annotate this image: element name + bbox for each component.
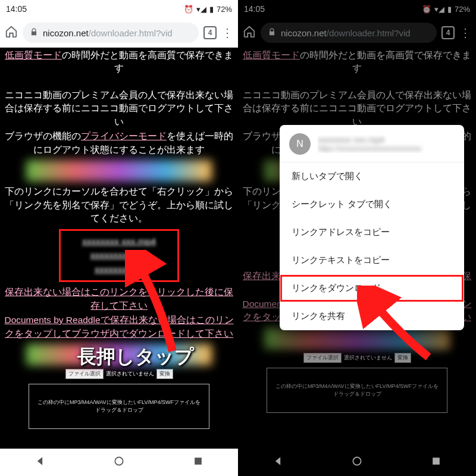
svg-point-0 <box>115 457 123 465</box>
phone-left: 14:05 ⏰ ▾◢ ▮ 72% nicozon.net/downloader.… <box>0 0 238 476</box>
nav-home-icon[interactable] <box>351 455 363 469</box>
context-avatar: N <box>289 133 311 155</box>
file-convert-row: ファイル選択 選択されていません 変換 <box>2 369 236 379</box>
ctx-open-new-tab[interactable]: 新しいタブで開く <box>280 162 464 190</box>
download-link-1[interactable]: xxxxxxxx xxx.mp4 <box>63 235 175 248</box>
status-icons: ⏰ ▾◢ ▮ 72% <box>184 5 232 14</box>
url-domain: nicozon.net <box>43 28 89 38</box>
status-time: 14:05 <box>6 4 27 14</box>
ctx-copy-link-address[interactable]: リンクアドレスをコピー <box>280 218 464 246</box>
instructions: 下のリンクにカーソルを合わせて「右クリック」から「リンク先を別名で保存」でどうぞ… <box>2 185 236 225</box>
page-content: 低画質モードの時間外だと動画を高画質で保存できます ニコニコ動画のプレミアム会員… <box>0 48 238 449</box>
alarm-icon: ⏰ <box>184 5 193 14</box>
wifi-icon: ▾◢ <box>196 5 206 14</box>
nav-home-icon[interactable] <box>113 455 125 469</box>
download-link-3[interactable]: xxxxxxxx.flv <box>63 263 175 276</box>
url-path: /downloader.html?vid <box>89 28 173 38</box>
privacy-mode-link[interactable]: プライバシーモード <box>81 131 167 141</box>
battery-icon: ▮ <box>209 5 214 14</box>
context-title: xxxxxxxx xxx.mp4 <box>318 135 455 145</box>
ad-banner-2 <box>26 344 212 365</box>
ctx-open-incognito[interactable]: シークレット タブで開く <box>280 190 464 218</box>
android-nav-bar <box>238 449 476 476</box>
android-nav-bar <box>0 449 238 476</box>
context-url: https://xxxxxxxxxxxxxxxxxxxxxxx <box>318 145 455 153</box>
home-icon[interactable] <box>5 25 18 40</box>
svg-rect-3 <box>433 458 440 465</box>
status-bar: 14:05 ⏰ ▾◢ ▮ 72% <box>0 0 238 18</box>
ctx-share-link[interactable]: リンクを共有 <box>280 302 464 330</box>
fallback-link[interactable]: 保存出来ない場合はこのリンクをクリックした後に保存して下さい <box>5 287 233 310</box>
svg-rect-1 <box>195 458 202 465</box>
nav-back-icon[interactable] <box>34 455 46 469</box>
file-none-label: 選択されていません <box>106 370 154 378</box>
documents-link[interactable]: Documents by Readdleで保存出来ない場合はこのリンクをタップし… <box>4 315 233 338</box>
nav-recent-icon[interactable] <box>430 455 442 469</box>
phone-right: 14:05 ⏰ ▾◢ ▮ 72% nicozon.net/downloader.… <box>238 0 476 476</box>
low-quality-link[interactable]: 低画質モード <box>5 50 62 60</box>
battery-percent: 72% <box>217 5 232 14</box>
context-menu-header: N xxxxxxxx xxx.mp4 https://xxxxxxxxxxxxx… <box>280 125 464 162</box>
tab-switcher[interactable]: 4 <box>203 26 217 39</box>
download-links-box: xxxxxxxx xxx.mp4 xxxxxxxx.mp4 xxxxxxxx.f… <box>59 229 179 282</box>
ctx-download-link[interactable]: リンクをダウンロード <box>280 274 464 302</box>
nav-recent-icon[interactable] <box>192 455 204 469</box>
url-bar: nicozon.net/downloader.html?vid 4 ⋮ <box>0 18 238 48</box>
more-menu-icon[interactable]: ⋮ <box>221 27 233 39</box>
context-menu: N xxxxxxxx xxx.mp4 https://xxxxxxxxxxxxx… <box>280 125 464 330</box>
lock-icon <box>30 28 38 38</box>
ad-banner <box>26 160 212 181</box>
nav-back-icon[interactable] <box>272 455 284 469</box>
svg-point-2 <box>353 457 361 465</box>
ctx-copy-link-text[interactable]: リンクテキストをコピー <box>280 246 464 274</box>
file-select-button[interactable]: ファイル選択 <box>65 369 104 379</box>
download-link-2[interactable]: xxxxxxxx.mp4 <box>63 249 175 262</box>
convert-button[interactable]: 変換 <box>156 369 173 379</box>
url-field[interactable]: nicozon.net/downloader.html?vid <box>23 23 199 43</box>
premium-note: ニコニコ動画のプレミアム会員の人で保存出来ない場合は保存する前にニコニコ動画でロ… <box>2 89 236 129</box>
drop-zone[interactable]: この枠の中にMP3/M4A/WAVに変換したいFLV/MP4/SWFファイルをド… <box>29 384 209 429</box>
